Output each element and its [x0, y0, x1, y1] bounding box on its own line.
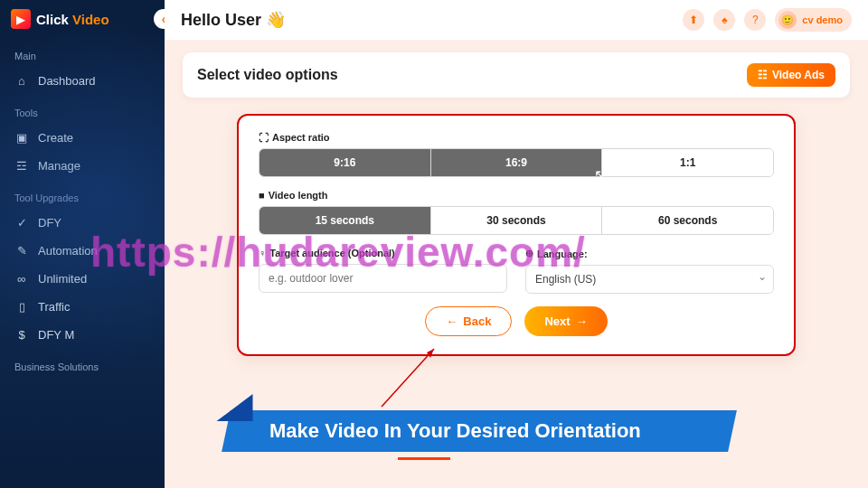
options-panel: ⛶ Aspect ratio 9:16 16:9 1:1 ■ Video len…	[237, 114, 796, 356]
sidebar-item-manage[interactable]: ☲ Manage	[0, 152, 165, 180]
greeting: Hello User 👋	[181, 10, 286, 30]
arrow-up-icon: ⬆	[689, 14, 698, 26]
sidebar-item-label: Traffic	[38, 300, 70, 314]
sidebar-item-create[interactable]: ▣ Create	[0, 124, 165, 152]
question-icon: ?	[752, 14, 759, 26]
list-icon: ☷	[758, 69, 768, 81]
globe-icon: ⊕	[525, 248, 533, 259]
upload-button[interactable]: ⬆	[683, 9, 704, 31]
sidebar-item-dfy[interactable]: ✓ DFY	[0, 209, 165, 237]
video-icon: ■	[259, 190, 265, 201]
aspect-1-1[interactable]: 1:1	[602, 149, 773, 176]
callout-text: Make Video In Your Desired Orientation	[226, 419, 641, 443]
help-button[interactable]: ?	[744, 9, 766, 31]
back-button[interactable]: ← Back	[425, 306, 512, 336]
sidebar-item-label: Automation	[38, 244, 98, 258]
sidebar-collapse-button[interactable]: ‹	[154, 9, 165, 29]
svg-line-0	[382, 349, 434, 407]
list-icon: ☲	[14, 159, 29, 173]
check-icon: ✓	[14, 216, 29, 230]
sidebar-item-dfy-m[interactable]: $ DFY M	[0, 321, 165, 349]
topbar: Hello User 👋 ⬆ ♠ ? 🙂 cv demo	[165, 0, 868, 40]
camera-icon: ▣	[14, 131, 29, 145]
logo-text: Click Video	[36, 12, 109, 27]
user-menu[interactable]: 🙂 cv demo	[775, 8, 852, 32]
user-name: cv demo	[802, 14, 843, 25]
sidebar-item-label: Unlimited	[38, 272, 87, 286]
sidebar-item-label: Create	[38, 131, 73, 145]
length-15[interactable]: 15 seconds	[259, 207, 431, 234]
sidebar-item-label: DFY M	[38, 328, 74, 342]
sidebar-item-traffic[interactable]: ▯ Traffic	[0, 293, 165, 321]
callout: Make Video In Your Desired Orientation	[226, 394, 814, 466]
audience-label: ♀ Target audience (Optional)	[259, 248, 507, 258]
length-60[interactable]: 60 seconds	[602, 207, 773, 234]
aspect-9-16[interactable]: 9:16	[259, 149, 431, 176]
logo-mark-icon: ▶	[11, 9, 31, 29]
sidebar: ▶ Click Video ‹ Main ⌂ Dashboard Tools ▣…	[0, 0, 165, 488]
gift-button[interactable]: ♠	[713, 9, 735, 31]
aspect-ratio-segment: 9:16 16:9 1:1	[259, 148, 774, 177]
dollar-icon: $	[14, 328, 29, 342]
next-button[interactable]: Next →	[524, 306, 607, 336]
pencil-icon: ✎	[14, 244, 29, 258]
audience-input[interactable]	[259, 264, 507, 293]
aspect-ratio-label: ⛶ Aspect ratio	[259, 132, 774, 143]
length-30[interactable]: 30 seconds	[431, 207, 603, 234]
traffic-icon: ▯	[14, 300, 29, 314]
video-length-label: ■ Video length	[259, 190, 774, 201]
arrow-right-icon: →	[576, 314, 588, 328]
sidebar-item-label: Dashboard	[38, 74, 96, 88]
person-icon: ♀	[259, 248, 266, 258]
language-label: ⊕ Language:	[525, 248, 774, 259]
infinity-icon: ∞	[14, 272, 29, 286]
sidebar-section-upgrades: Tool Upgrades	[0, 180, 165, 209]
language-select[interactable]	[525, 265, 774, 294]
aspect-16-9[interactable]: 16:9	[431, 149, 603, 176]
badge-label: Video Ads	[772, 69, 825, 81]
home-icon: ⌂	[14, 74, 29, 88]
sidebar-section-business: Business Solutions	[0, 349, 165, 378]
sidebar-item-automation[interactable]: ✎ Automation	[0, 237, 165, 265]
logo: ▶ Click Video ‹	[0, 0, 165, 38]
sidebar-section-tools: Tools	[0, 95, 165, 124]
main: Hello User 👋 ⬆ ♠ ? 🙂 cv demo Select vide…	[165, 0, 868, 488]
video-ads-badge[interactable]: ☷ Video Ads	[747, 63, 835, 87]
sidebar-section-main: Main	[0, 38, 165, 67]
gift-icon: ♠	[722, 14, 727, 26]
sidebar-item-dashboard[interactable]: ⌂ Dashboard	[0, 67, 165, 95]
page-title-row: Select video options ☷ Video Ads	[183, 52, 850, 98]
page-title: Select video options	[197, 67, 338, 83]
avatar: 🙂	[778, 11, 797, 29]
video-length-segment: 15 seconds 30 seconds 60 seconds	[259, 206, 774, 235]
sidebar-item-label: DFY	[38, 216, 61, 230]
expand-icon: ⛶	[259, 132, 269, 143]
sidebar-item-unlimited[interactable]: ∞ Unlimited	[0, 265, 165, 293]
sidebar-item-label: Manage	[38, 159, 80, 173]
arrow-left-icon: ←	[446, 314, 458, 328]
